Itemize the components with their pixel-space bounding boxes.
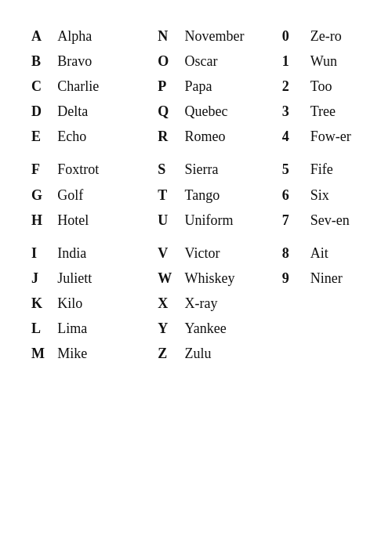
letter-val-left: Alpha [53, 24, 150, 49]
letter-val-left: Kilo [53, 291, 150, 316]
letter-key-left: J [24, 266, 53, 291]
letter-key-mid: N [150, 24, 180, 49]
number-val: Six [306, 183, 376, 208]
letter-key-mid: Z [150, 341, 180, 366]
letter-val-left: India [53, 241, 150, 266]
letter-val-mid: Romeo [180, 124, 278, 149]
number-val: Ait [306, 241, 376, 266]
letter-val-left: Bravo [53, 49, 150, 74]
letter-key-left: K [24, 291, 53, 316]
letter-val-mid: Quebec [180, 99, 278, 124]
number-key [278, 291, 306, 316]
number-key: 1 [278, 49, 306, 74]
letter-key-left: C [24, 74, 53, 99]
number-val: Ze-ro [306, 24, 376, 49]
letter-key-left: G [24, 183, 53, 208]
number-val [306, 341, 376, 366]
letter-val-mid: Victor [180, 241, 278, 266]
letter-val-left: Juliett [53, 266, 150, 291]
number-key [278, 341, 306, 366]
letter-val-mid: Whiskey [180, 266, 278, 291]
number-key: 7 [278, 208, 306, 233]
letter-key-mid: V [150, 241, 180, 266]
letter-val-left: Echo [53, 124, 150, 149]
letter-val-mid: Zulu [180, 341, 278, 366]
letter-key-mid: U [150, 208, 180, 233]
letter-val-mid: Sierra [180, 157, 278, 182]
letter-val-left: Hotel [53, 208, 150, 233]
letter-val-mid: Yankee [180, 316, 278, 341]
number-val: Fife [306, 157, 376, 182]
number-key: 0 [278, 24, 306, 49]
letter-key-mid: P [150, 74, 180, 99]
number-key: 4 [278, 124, 306, 149]
letter-key-mid: W [150, 266, 180, 291]
letter-key-left: E [24, 124, 53, 149]
letter-key-mid: Y [150, 316, 180, 341]
letter-val-left: Foxtrot [53, 157, 150, 182]
letter-val-left: Golf [53, 183, 150, 208]
number-val: Niner [306, 266, 376, 291]
letter-key-mid: X [150, 291, 180, 316]
number-key: 3 [278, 99, 306, 124]
letter-val-mid: Oscar [180, 49, 278, 74]
letter-key-mid: O [150, 49, 180, 74]
number-val: Tree [306, 99, 376, 124]
letter-key-left: M [24, 341, 53, 366]
number-val: Sev-en [306, 208, 376, 233]
letter-key-left: F [24, 157, 53, 182]
letter-key-left: I [24, 241, 53, 266]
number-key: 2 [278, 74, 306, 99]
number-key: 8 [278, 241, 306, 266]
letter-val-mid: November [180, 24, 278, 49]
letter-key-left: B [24, 49, 53, 74]
letter-val-mid: Uniform [180, 208, 278, 233]
letter-key-mid: Q [150, 99, 180, 124]
letter-key-left: D [24, 99, 53, 124]
number-key: 5 [278, 157, 306, 182]
number-key: 9 [278, 266, 306, 291]
letter-key-left: H [24, 208, 53, 233]
number-val: Wun [306, 49, 376, 74]
letter-val-mid: Papa [180, 74, 278, 99]
letter-key-mid: T [150, 183, 180, 208]
letter-val-left: Mike [53, 341, 150, 366]
letter-val-left: Charlie [53, 74, 150, 99]
letter-val-left: Lima [53, 316, 150, 341]
letter-key-left: L [24, 316, 53, 341]
number-val: Too [306, 74, 376, 99]
letter-val-mid: X-ray [180, 291, 278, 316]
phonetic-alphabet-table: A Alpha N November 0 Ze-ro B Bravo O Osc… [24, 24, 376, 366]
number-val [306, 291, 376, 316]
letter-val-mid: Tango [180, 183, 278, 208]
letter-key-mid: S [150, 157, 180, 182]
number-key [278, 316, 306, 341]
number-val: Fow-er [306, 124, 376, 149]
letter-key-mid: R [150, 124, 180, 149]
letter-val-left: Delta [53, 99, 150, 124]
number-key: 6 [278, 183, 306, 208]
number-val [306, 316, 376, 341]
letter-key-left: A [24, 24, 53, 49]
